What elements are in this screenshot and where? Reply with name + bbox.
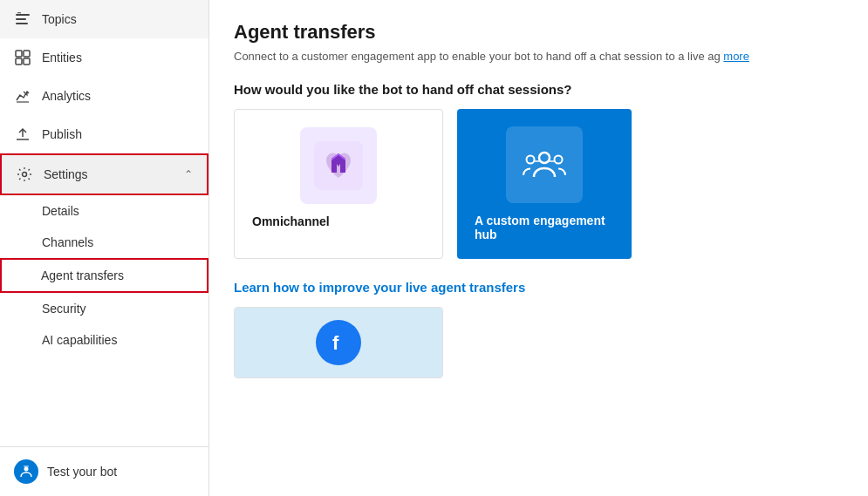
sidebar-item-settings[interactable]: Settings ⌃ [0, 153, 208, 195]
sidebar: Topics Entities [0, 0, 209, 496]
sidebar-item-entities[interactable]: Entities [0, 38, 208, 77]
svg-point-17 [527, 156, 535, 164]
sub-item-details-label: Details [42, 204, 79, 218]
omnichannel-card-label: Omnichannel [252, 214, 330, 228]
omnichannel-card[interactable]: Omnichannel [234, 109, 443, 259]
improve-card[interactable]: f [234, 307, 443, 378]
learn-section-title: Learn how to improve your live agent tra… [234, 280, 844, 295]
custom-hub-icon-area [475, 126, 614, 203]
sub-item-channels[interactable]: Channels [0, 227, 208, 258]
test-bot-bar[interactable]: Test your bot [0, 446, 208, 496]
settings-chevron-icon: ⌃ [184, 168, 193, 180]
cards-row: Omnichannel [234, 109, 844, 259]
omnichannel-icon [300, 127, 377, 204]
page-subtitle: Connect to a customer engagement app to … [234, 49, 844, 65]
sidebar-item-publish-label: Publish [42, 127, 195, 141]
settings-sub-items: Details Channels Agent transfers Securit… [0, 195, 208, 356]
sub-item-details[interactable]: Details [0, 195, 208, 227]
sub-item-channels-label: Channels [42, 235, 93, 249]
sub-item-security[interactable]: Security [0, 293, 208, 324]
svg-rect-3 [16, 51, 22, 57]
svg-rect-0 [16, 14, 30, 16]
svg-rect-1 [16, 18, 26, 20]
svg-text:f: f [332, 332, 339, 354]
main-content: Agent transfers Connect to a customer en… [209, 0, 868, 496]
svg-point-10 [23, 173, 27, 177]
sub-item-agent-transfers-label: Agent transfers [41, 268, 124, 282]
topics-icon [14, 10, 31, 28]
omnichannel-icon-area [252, 127, 425, 204]
svg-rect-2 [16, 23, 28, 24]
sub-item-agent-transfers[interactable]: Agent transfers [0, 258, 208, 293]
custom-hub-icon [522, 142, 567, 187]
custom-hub-card[interactable]: A custom engagement hub [457, 109, 632, 259]
entities-icon [14, 49, 31, 66]
svg-rect-12 [24, 465, 29, 467]
sidebar-item-publish[interactable]: Publish [0, 115, 208, 153]
sidebar-item-topics-label: Topics [42, 12, 195, 26]
sidebar-item-analytics-label: Analytics [42, 89, 195, 103]
svg-rect-5 [16, 58, 22, 65]
sidebar-scroll: Topics Entities [0, 0, 208, 446]
sub-item-security-label: Security [42, 302, 86, 316]
sidebar-item-topics[interactable]: Topics [0, 0, 208, 38]
svg-point-18 [555, 156, 563, 164]
svg-point-11 [24, 467, 29, 472]
svg-rect-4 [24, 51, 30, 57]
test-bot-avatar [14, 459, 38, 484]
learn-more-link[interactable]: more [723, 50, 749, 63]
publish-icon [14, 126, 31, 143]
section-question: How would you like the bot to hand off c… [234, 82, 844, 97]
sidebar-item-analytics[interactable]: Analytics [0, 77, 208, 115]
sidebar-item-settings-label: Settings [44, 167, 184, 181]
page-title: Agent transfers [234, 21, 844, 44]
fb-icon: f [316, 320, 361, 365]
sub-item-ai-capabilities-label: AI capabilities [42, 333, 117, 347]
improve-card-image: f [235, 308, 442, 377]
svg-rect-6 [24, 58, 30, 65]
sub-item-ai-capabilities[interactable]: AI capabilities [0, 324, 208, 356]
svg-point-16 [539, 153, 550, 163]
test-bot-label: Test your bot [47, 465, 117, 479]
analytics-icon [14, 87, 31, 105]
sidebar-item-entities-label: Entities [42, 51, 195, 65]
settings-icon [16, 166, 33, 183]
custom-hub-card-label: A custom engagement hub [475, 214, 614, 241]
